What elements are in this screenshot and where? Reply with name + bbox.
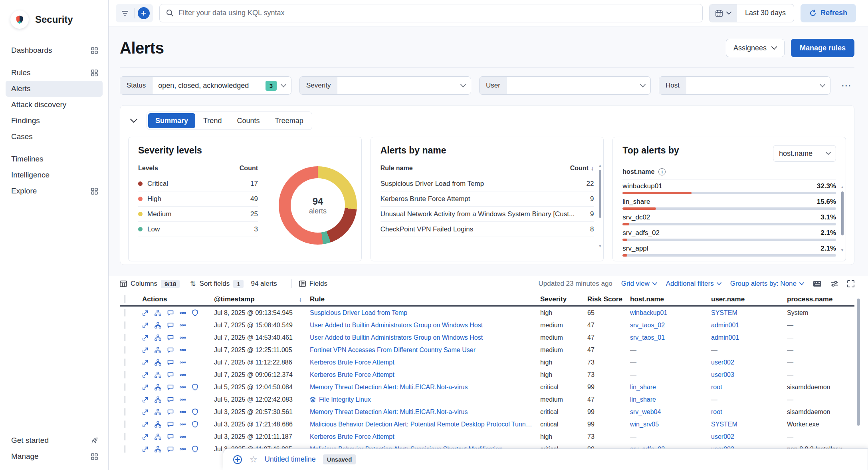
row-checkbox[interactable]: [125, 396, 125, 403]
scrollbar-thumb[interactable]: [599, 170, 601, 218]
comment-icon[interactable]: [167, 310, 174, 316]
more-actions-icon[interactable]: [180, 398, 186, 401]
sidebar-item-attack-discovery[interactable]: Attack discovery: [6, 97, 103, 113]
alert-host-name[interactable]: srv_taos_01: [630, 334, 711, 341]
alert-user-name[interactable]: user003: [711, 371, 787, 378]
rule-link[interactable]: Kerberos Brute Force Attempt: [310, 433, 394, 440]
sidebar-item-alerts[interactable]: Alerts: [6, 81, 103, 97]
sidebar-item-rules[interactable]: Rules: [6, 65, 103, 81]
filter-severity[interactable]: Severity: [299, 76, 471, 95]
alert-host-name[interactable]: srv_web04: [630, 408, 711, 416]
alert-user-name[interactable]: SYSTEM: [711, 421, 787, 428]
top-alerts-row[interactable]: srv_adfs_02 2.1%: [622, 229, 836, 242]
comment-icon[interactable]: [167, 347, 174, 353]
more-actions-icon[interactable]: [180, 337, 186, 339]
rule-link[interactable]: File Integrity Linux: [319, 396, 371, 403]
rule-link[interactable]: Suspicious Driver Load from Temp: [310, 309, 407, 317]
sidebar-item-get-started[interactable]: Get started: [6, 432, 103, 448]
alert-user-name[interactable]: admin001: [711, 334, 787, 341]
scrollbar-thumb[interactable]: [841, 191, 844, 235]
rule-link[interactable]: Fortinet VPN Accesses From Different Cou…: [310, 347, 476, 354]
rule-link[interactable]: Kerberos Brute Force Attempt: [310, 359, 394, 366]
rule-link[interactable]: Memory Threat Detection Alert: Multi.EIC…: [310, 384, 468, 391]
alert-host-name[interactable]: winbackup01: [630, 309, 711, 317]
sidebar-item-explore[interactable]: Explore: [6, 183, 103, 199]
analyze-event-icon[interactable]: [155, 335, 161, 341]
expand-alert-icon[interactable]: [142, 396, 149, 403]
top-alerts-row[interactable]: srv_appl 2.1%: [622, 245, 836, 257]
collapse-chevron-icon[interactable]: [128, 117, 139, 125]
rule-link[interactable]: Kerberos Brute Force Attempt: [310, 371, 394, 378]
display-options-icon[interactable]: [830, 281, 838, 287]
comment-icon[interactable]: [167, 372, 174, 378]
filter-status[interactable]: Status open, closed, acknowledged 3: [120, 76, 291, 95]
analyze-event-icon[interactable]: [155, 347, 161, 353]
more-actions-icon[interactable]: [180, 386, 186, 388]
alerts-by-name-row[interactable]: Suspicious Driver Load from Temp 22: [380, 176, 594, 191]
alert-host-name[interactable]: lin_share: [630, 384, 711, 391]
comment-icon[interactable]: [167, 335, 174, 341]
expand-alert-icon[interactable]: [142, 310, 149, 316]
select-all-checkbox[interactable]: [125, 295, 125, 303]
alert-user-name[interactable]: admin001: [711, 322, 787, 329]
analyze-event-icon[interactable]: [155, 396, 161, 403]
expand-alert-icon[interactable]: [142, 359, 149, 366]
top-alerts-row[interactable]: wuerth-phoenix 2.1%: [622, 260, 836, 261]
alerts-by-name-row[interactable]: Kerberos Brute Force Attempt 9: [380, 191, 594, 207]
col-severity[interactable]: Severity: [540, 295, 587, 303]
scroll-up-icon[interactable]: ▲: [840, 185, 844, 189]
comment-icon[interactable]: [167, 446, 174, 452]
fields-button[interactable]: Fields: [299, 280, 327, 288]
assignees-dropdown[interactable]: Assignees: [726, 39, 785, 57]
filter-user[interactable]: User: [479, 76, 651, 95]
top-alerts-row[interactable]: lin_share 15.6%: [622, 198, 836, 211]
alert-user-name[interactable]: user002: [711, 433, 787, 440]
endpoint-shield-icon[interactable]: [192, 446, 198, 452]
expand-alert-icon[interactable]: [142, 421, 149, 428]
alert-user-name[interactable]: root: [711, 384, 787, 391]
top-alerts-row[interactable]: srv_dc02 3.1%: [622, 213, 836, 226]
analyze-event-icon[interactable]: [155, 384, 161, 390]
more-actions-icon[interactable]: [180, 312, 186, 314]
expand-alert-icon[interactable]: [142, 335, 149, 341]
date-picker-button[interactable]: [709, 4, 737, 22]
more-actions-icon[interactable]: [180, 324, 186, 327]
comment-icon[interactable]: [167, 434, 174, 440]
row-checkbox[interactable]: [125, 358, 125, 366]
endpoint-shield-icon[interactable]: [192, 408, 198, 415]
sidebar-item-dashboards[interactable]: Dashboards: [6, 42, 103, 58]
add-filter-button[interactable]: [135, 4, 153, 22]
col-process-name[interactable]: process.name: [787, 295, 854, 303]
sidebar-item-manage[interactable]: Manage: [6, 448, 103, 464]
analyze-event-icon[interactable]: [155, 310, 161, 316]
analyze-event-icon[interactable]: [155, 434, 161, 440]
filters-more-button[interactable]: ⋯: [838, 82, 854, 90]
sidebar-item-intelligence[interactable]: Intelligence: [6, 167, 103, 183]
grid-view-dropdown[interactable]: Grid view: [621, 280, 657, 288]
more-actions-icon[interactable]: [180, 349, 186, 351]
expand-alert-icon[interactable]: [142, 446, 149, 452]
row-checkbox[interactable]: [125, 420, 125, 428]
endpoint-shield-icon[interactable]: [192, 309, 198, 316]
filter-host[interactable]: Host: [659, 76, 830, 95]
more-actions-icon[interactable]: [180, 374, 186, 376]
more-actions-icon[interactable]: [180, 361, 186, 364]
alert-host-name[interactable]: win_srv05: [630, 421, 711, 428]
group-alerts-dropdown[interactable]: Group alerts by: None: [730, 280, 804, 288]
endpoint-shield-icon[interactable]: [192, 384, 198, 390]
row-checkbox[interactable]: [125, 346, 125, 354]
analyze-event-icon[interactable]: [155, 446, 161, 452]
analyze-event-icon[interactable]: [155, 421, 161, 428]
row-checkbox[interactable]: [125, 334, 125, 341]
alerts-by-name-row[interactable]: CheckPoint VPN Failed Logins 8: [380, 222, 594, 237]
alert-host-name[interactable]: lin_share: [630, 396, 711, 403]
more-actions-icon[interactable]: [180, 423, 186, 426]
tab-treemap[interactable]: Treemap: [268, 113, 310, 128]
scroll-down-icon[interactable]: ▼: [840, 248, 844, 252]
expand-alert-icon[interactable]: [142, 347, 149, 353]
row-checkbox[interactable]: [125, 383, 125, 391]
favorite-star-icon[interactable]: ☆: [250, 454, 258, 465]
alert-user-name[interactable]: user002: [711, 359, 787, 366]
analyze-event-icon[interactable]: [155, 409, 161, 415]
col-actions[interactable]: Actions: [142, 295, 214, 303]
